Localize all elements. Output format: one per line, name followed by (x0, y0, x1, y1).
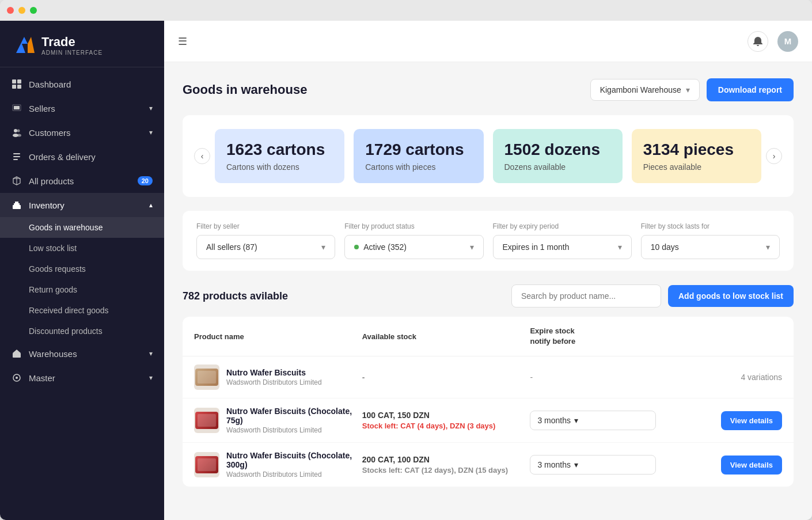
main-content: Goods in warehouse Kigamboni Warehouse ▾… (164, 62, 812, 520)
product-name: Nutro Wafer Biscuits (226, 368, 322, 377)
sidebar-item-label: Warehouses (29, 349, 77, 359)
svg-rect-3 (17, 79, 21, 83)
stock-value: 200 CAT, 100 DZN (362, 455, 530, 464)
action-cell: View details (656, 411, 782, 430)
chevron-down-icon: ▾ (618, 242, 622, 252)
bell-icon (753, 36, 763, 47)
stat-number: 1729 cartons (365, 141, 472, 159)
stock-cell: - (362, 373, 530, 382)
stock-warning: Stock left: CAT (4 days), DZN (3 days) (362, 422, 530, 430)
stat-card-pieces: 3134 pieces Pieces available (632, 129, 761, 183)
close-dot[interactable] (7, 7, 14, 14)
view-details-button[interactable]: View details (721, 411, 782, 430)
expire-value: 3 months (537, 416, 571, 425)
page-header-actions: Kigamboni Warehouse ▾ Download report (590, 78, 794, 101)
sidebar-item-label: All products (29, 176, 74, 186)
svg-rect-12 (13, 153, 20, 154)
download-report-button[interactable]: Download report (707, 78, 794, 101)
expire-cell: - (530, 372, 656, 382)
svg-rect-17 (13, 205, 21, 209)
filter-seller-select[interactable]: All sellers (87) ▾ (196, 235, 335, 259)
sidebar-item-inventory[interactable]: Inventory ▴ (0, 193, 164, 217)
products-table: Product name Available stock Expire stoc… (183, 317, 794, 487)
filter-expiry: Filter by expiry period Expires in 1 mon… (493, 222, 632, 259)
svg-rect-14 (13, 159, 18, 160)
product-cell: Nutro Wafer Biscuits Wadsworth Distribut… (194, 365, 362, 390)
sidebar-item-warehouses[interactable]: Warehouses ▾ (0, 341, 164, 366)
stock-cell: 200 CAT, 100 DZN Stocks left: CAT (12 da… (362, 455, 530, 475)
maximize-dot[interactable] (30, 7, 37, 14)
sidebar-item-orders[interactable]: Orders & delivery (0, 145, 164, 169)
variations-count: 4 variations (741, 373, 782, 382)
product-name: Nutro Wafer Biscuits (Chocolate, 75g) (226, 407, 362, 425)
filter-seller-label: Filter by seller (196, 222, 335, 230)
expire-select[interactable]: 3 months ▾ (530, 455, 656, 475)
sidebar-subitem-received-direct[interactable]: Received direct goods (0, 300, 164, 321)
product-image (194, 365, 219, 390)
user-avatar[interactable]: M (777, 31, 798, 52)
carousel-prev-button[interactable]: ‹ (194, 148, 210, 164)
sidebar-item-products[interactable]: All products 20 (0, 169, 164, 193)
warehouse-name: Kigamboni Warehouse (600, 85, 681, 94)
carousel-next-button[interactable]: › (766, 148, 782, 164)
chevron-down-icon: ▾ (149, 350, 153, 358)
product-seller: Wadsworth Distributors Limited (226, 378, 322, 386)
stock-value: - (362, 373, 530, 382)
stats-cards: 1623 cartons Cartons with dozens 1729 ca… (210, 127, 766, 185)
sidebar-subitem-low-stock[interactable]: Low stock list (0, 238, 164, 259)
sidebar-item-customers[interactable]: Customers ▾ (0, 120, 164, 145)
minimize-dot[interactable] (18, 7, 25, 14)
sub-item-label: Goods requests (29, 264, 86, 274)
stat-number: 1623 cartons (226, 141, 333, 159)
svg-point-11 (17, 134, 21, 137)
stat-number: 1502 dozens (504, 141, 611, 159)
svg-marker-0 (16, 37, 28, 53)
view-details-button[interactable]: View details (721, 456, 782, 475)
notification-bell[interactable] (748, 31, 768, 52)
product-name: Nutro Wafer Biscuits (Chocolate, 300g) (226, 451, 362, 469)
expire-select[interactable]: 3 months ▾ (530, 411, 656, 430)
status-active-dot (354, 245, 359, 249)
col-header-stock: Available stock (362, 332, 530, 341)
sidebar-item-dashboard[interactable]: Dashboard (0, 72, 164, 96)
filter-expiry-select[interactable]: Expires in 1 month ▾ (493, 235, 632, 259)
chevron-down-icon: ▾ (321, 242, 325, 252)
filters-section: Filter by seller All sellers (87) ▾ Filt… (183, 211, 794, 271)
expire-cell: 3 months ▾ (530, 455, 656, 475)
filter-stock-select[interactable]: 10 days ▾ (641, 235, 780, 259)
search-input[interactable] (511, 284, 661, 308)
expire-value: - (530, 373, 533, 382)
sellers-icon (12, 103, 22, 113)
warehouse-selector[interactable]: Kigamboni Warehouse ▾ (590, 79, 700, 101)
sub-item-label: Low stock list (29, 244, 77, 253)
filter-stock-label: Filter by stock lasts for (641, 222, 780, 230)
sidebar: Trade ADMIN INTERFACE Dashboard (0, 21, 164, 520)
orders-icon (12, 151, 22, 162)
filter-expiry-value: Expires in 1 month (503, 242, 570, 252)
products-header-right: Add goods to low stock list (511, 284, 794, 308)
svg-rect-7 (14, 106, 20, 109)
svg-rect-4 (12, 85, 16, 89)
table-header: Product name Available stock Expire stoc… (183, 317, 794, 356)
sidebar-subitem-goods-in-warehouse[interactable]: Goods in warehouse (0, 217, 164, 238)
chevron-up-icon: ▴ (149, 201, 153, 209)
sidebar-nav: Dashboard Sellers ▾ Customers ▾ (0, 67, 164, 520)
svg-rect-5 (17, 85, 21, 89)
sidebar-item-label: Customers (29, 128, 71, 138)
svg-point-23 (16, 377, 18, 379)
sidebar-subitem-goods-requests[interactable]: Goods requests (0, 259, 164, 279)
sub-item-label: Return goods (29, 285, 77, 294)
page-header: Goods in warehouse Kigamboni Warehouse ▾… (183, 78, 794, 101)
hamburger-icon[interactable]: ☰ (178, 35, 187, 48)
stat-label: Dozens available (504, 162, 611, 172)
chevron-down-icon: ▾ (766, 242, 770, 252)
sidebar-subitem-discounted[interactable]: Discounted products (0, 321, 164, 341)
sidebar-item-sellers[interactable]: Sellers ▾ (0, 96, 164, 120)
products-header: 782 products avilable Add goods to low s… (183, 284, 794, 308)
sidebar-item-master[interactable]: Master ▾ (0, 366, 164, 390)
stat-label: Cartons with dozens (226, 162, 333, 172)
sidebar-subitem-return-goods[interactable]: Return goods (0, 279, 164, 300)
customers-icon (12, 127, 22, 138)
filter-status-select[interactable]: Active (352) ▾ (344, 235, 483, 259)
add-to-low-stock-button[interactable]: Add goods to low stock list (668, 285, 794, 307)
